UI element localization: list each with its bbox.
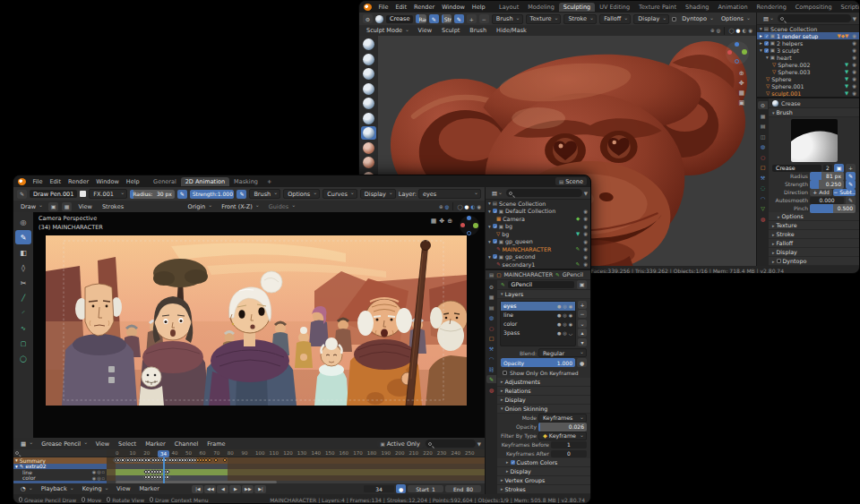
orientation-dropdown[interactable]: Front (X-Z) [218,202,262,210]
overlays-toggle-icon[interactable]: ◍ [445,204,450,209]
radius-pressure-toggle[interactable]: ✎ [177,190,187,199]
jump-start-button[interactable]: |◀ [192,485,203,493]
layer-row-eyes[interactable]: eyes●◎◉ [501,302,575,311]
tab-layout[interactable]: Layout [494,3,523,12]
tab-world[interactable]: ○ [486,324,496,332]
tab-physics[interactable]: ◠ [486,355,496,363]
erase-tool[interactable]: ◊ [15,261,31,275]
panel-stroke[interactable]: Stroke [769,230,859,239]
tab-general[interactable]: General [149,177,181,186]
eye-icon[interactable]: ◉ [569,303,572,309]
onion-icon[interactable]: ◎ [97,469,100,474]
outliner-row-sphere-002[interactable]: ▽Sphere.002▼◉ [757,61,859,68]
tab-data[interactable]: ▽ [758,204,768,212]
gp-sculpt-icon[interactable]: ▦ [62,202,72,211]
mask-icon[interactable]: ● [557,330,561,336]
blender-logo-icon[interactable] [18,178,26,185]
brush-preview-icon[interactable] [375,15,383,23]
marker-menu[interactable]: Marker [142,440,168,448]
playhead[interactable] [163,457,165,483]
draw-tool[interactable]: ✎ [15,230,31,244]
shading-solid-icon[interactable]: ● [465,204,469,209]
navigation-gizmo[interactable] [460,216,479,235]
keying-menu[interactable]: Keying [79,485,111,493]
overlays-toggle-icon[interactable]: ◍ [717,28,721,33]
prev-keyframe-button[interactable]: ◀◀ [204,485,216,493]
outliner-row-sculpt-collection[interactable]: ▾▣3 sculpt◉ [757,47,859,54]
custom-colors-checkbox[interactable] [511,460,515,465]
direction-add-button[interactable]: + Add [810,189,832,196]
frame-menu[interactable]: Frame [204,440,228,448]
select-menu[interactable]: Select [116,440,140,448]
brush-clay-strips[interactable] [361,82,376,96]
panel-display[interactable]: Display [769,248,859,257]
marker-menu[interactable]: Marker [136,485,162,492]
layers-panel-header[interactable]: Layers [497,290,590,299]
tab-data[interactable]: ✎ [486,375,496,383]
outliner-row-bg-object[interactable]: ▽bg▼◉ [486,230,590,238]
panel-strokes[interactable]: Strokes [497,485,590,494]
outliner-row-sculpt-001[interactable]: ▽sculpt.001▼◉ [757,90,859,97]
add-button[interactable]: + [467,14,477,23]
outliner-row-scene-collection[interactable]: ▾▤Scene Collection [486,200,590,208]
panel-onion-display[interactable]: Display [497,467,590,476]
outliner-row-sphere-003[interactable]: ▽Sphere.003▼◉ [757,68,859,75]
lock-icon[interactable]: ▫ [102,469,105,474]
pan-icon[interactable]: ✥ [439,218,444,225]
curves-dropdown[interactable]: Curves [322,189,357,199]
gizmo-toggle-icon[interactable]: ⊕ [439,204,443,209]
display-dropdown[interactable]: Display [360,189,396,199]
panel-vertex-groups[interactable]: Vertex Groups [497,476,590,485]
tool-dropdown-icon[interactable]: ✎ [17,190,27,199]
datablock-name[interactable]: GPencil [508,281,574,288]
menu-window[interactable]: Window [93,178,123,185]
panel-falloff[interactable]: Falloff [769,239,859,248]
outliner-row-gp-queen[interactable]: ▾▣gp_queen◉ [486,238,590,246]
panel-options[interactable]: Options [769,212,859,221]
box-tool[interactable]: ▢ [15,337,31,351]
show-only-keyframed-checkbox[interactable] [503,371,507,375]
line-tool[interactable]: ╱ [15,291,31,305]
tab-world[interactable]: ○ [758,153,768,161]
panel-relations[interactable]: Relations [497,387,590,396]
material-selector[interactable]: FX.001 [89,189,127,199]
layer-specials-button[interactable]: ⌄ [578,320,587,328]
tab-render[interactable]: ▦ [758,112,768,120]
outliner-display-mode[interactable]: ▤ [488,190,504,197]
remove-layer-button[interactable]: − [578,310,587,318]
mode-selector[interactable]: Draw [17,202,45,210]
layer-row-color[interactable]: color●◎◉ [501,320,575,329]
shading-material-icon[interactable]: ◐ [470,204,475,209]
menu-file[interactable]: File [375,4,391,11]
onion-filter-dropdown[interactable]: ◆ Keyframe [538,431,587,440]
gp-artwork-canvas[interactable] [46,235,467,406]
outliner-row-default-collection[interactable]: ▾▣Default Collection◉ [486,208,590,216]
channel-partial[interactable] [13,481,107,483]
strength-slider-panel[interactable]: 0.250 [810,180,844,189]
options-dropdown[interactable]: Options [718,15,752,23]
outliner-row-heart[interactable]: ▾▣heart◉ [757,54,859,61]
menu-window[interactable]: Window [439,4,469,11]
tab-modeling[interactable]: Modeling [523,3,559,12]
brush-crease-active[interactable] [361,126,376,140]
falloff-dropdown[interactable]: Falloff [599,14,631,24]
tab-masking[interactable]: Masking [229,177,262,186]
toggle-view-icon[interactable]: ▣ [738,99,744,107]
dopesheet-tracks[interactable]: 0102030405060708090100110120130140150160… [107,449,485,483]
tab-scene[interactable]: ◍ [486,313,496,321]
start-frame-field[interactable]: Start1 [408,485,443,492]
strokes-menu[interactable]: Strokes [99,203,126,210]
menu-edit[interactable]: Edit [47,178,64,185]
view-menu[interactable]: View [75,203,95,210]
panel-texture[interactable]: Texture [769,221,859,230]
eye-icon[interactable]: ◉ [569,321,572,327]
outliner-row-sphere[interactable]: ▽Sphere▼◉ [757,75,859,82]
menu-render[interactable]: Render [64,178,91,185]
onion-icon[interactable]: ◎ [563,321,566,327]
tab-rendering[interactable]: Rendering [752,3,791,12]
strength-slider[interactable]: Strength0.250 [442,14,452,23]
layer-row-line[interactable]: line●◎◉ [501,311,575,320]
brush-preview-image[interactable] [791,119,838,162]
tab-constraints[interactable]: ⛓ [486,365,496,373]
tab-sculpting[interactable]: Sculpting [559,3,595,12]
